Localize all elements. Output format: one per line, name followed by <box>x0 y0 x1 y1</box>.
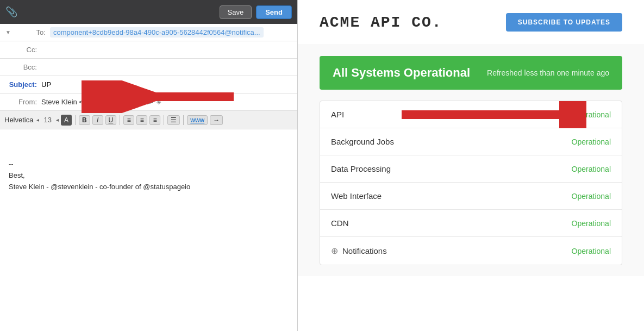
cc-field: Cc: <box>0 41 297 59</box>
subject-input[interactable] <box>41 80 292 89</box>
service-name-data-processing: Data Processing <box>331 164 572 173</box>
bold-button[interactable]: B <box>79 115 90 125</box>
attach-icon: 📎 <box>5 6 17 18</box>
status-banner-title: All Systems Operational <box>333 66 470 80</box>
to-label: To: <box>14 28 46 36</box>
from-field: From: Steve Klein <steve@statuspage.io> … <box>0 93 297 111</box>
service-name-web-interface: Web Interface <box>331 191 572 201</box>
bcc-label: Bcc: <box>5 63 37 71</box>
align-right-button[interactable]: ≡ <box>149 115 160 125</box>
service-name-notifications: Notifications <box>342 246 572 255</box>
from-chevron-icon[interactable]: ◈ <box>157 98 161 105</box>
service-name-background-jobs: Background Jobs <box>331 137 572 146</box>
status-header: ACME API CO. SUBSCRIBE TO UPDATES <box>298 0 644 45</box>
table-row: CDN Operational <box>320 210 622 237</box>
from-label: From: <box>5 98 37 106</box>
align-left-button[interactable]: ≡ <box>123 115 134 125</box>
link-button[interactable]: www <box>187 115 208 125</box>
email-body-text: -- Best, Steve Klein - @stevenklein - co… <box>9 160 190 191</box>
service-status-background-jobs: Operational <box>572 138 611 146</box>
subscribe-button[interactable]: SUBSCRIBE TO UPDATES <box>506 13 622 32</box>
formatting-bar: Helvetica ◂ 13 ◂ A B I U ≡ ≡ ≡ ☰ www → <box>0 111 297 129</box>
font-selector[interactable]: Helvetica <box>4 116 33 124</box>
cc-input[interactable] <box>41 46 292 54</box>
service-status-notifications: Operational <box>572 247 611 255</box>
font-size-display: 13 <box>43 116 51 124</box>
italic-button[interactable]: I <box>92 115 103 125</box>
color-button[interactable]: A <box>61 115 72 126</box>
status-banner: All Systems Operational Refreshed less t… <box>320 56 622 90</box>
service-status-web-interface: Operational <box>572 192 611 201</box>
table-row: Web Interface Operational <box>320 183 622 210</box>
divider-3 <box>164 115 164 125</box>
service-name-api: API <box>331 110 560 119</box>
bcc-field: Bcc: <box>0 59 297 76</box>
to-dropdown-icon[interactable]: ▼ <box>5 29 11 35</box>
service-status-cdn: Operational <box>572 219 611 228</box>
font-chevron-icon[interactable]: ◂ <box>36 117 39 123</box>
service-status-api: Operational <box>572 110 611 119</box>
company-name: ACME API CO. <box>320 14 442 31</box>
cc-label: Cc: <box>5 46 37 54</box>
size-chevron-icon[interactable]: ◂ <box>56 117 59 123</box>
list-button[interactable]: ☰ <box>167 115 180 125</box>
subject-label: Subject: <box>5 80 37 89</box>
email-toolbar: 📎 Save Send <box>0 0 297 24</box>
email-body[interactable]: -- Best, Steve Klein - @stevenklein - co… <box>0 129 297 331</box>
underline-button[interactable]: U <box>105 115 117 125</box>
service-status-data-processing: Operational <box>572 165 611 173</box>
api-help-icon[interactable]: ? <box>563 110 572 119</box>
send-button[interactable]: Send <box>256 5 292 19</box>
indent-button[interactable]: → <box>210 115 223 125</box>
table-row: ⊕ Notifications Operational <box>320 237 622 265</box>
status-panel: ACME API CO. SUBSCRIBE TO UPDATES All Sy… <box>298 0 644 331</box>
table-row: Background Jobs Operational <box>320 128 622 155</box>
to-field: ▼ To: component+8cdb9edd-98a4-490c-a905-… <box>0 24 297 41</box>
divider-2 <box>120 115 120 125</box>
table-row: Data Processing Operational <box>320 155 622 183</box>
to-value[interactable]: component+8cdb9edd-98a4-490c-a905-562844… <box>50 27 264 38</box>
notifications-expand-icon[interactable]: ⊕ <box>331 246 338 256</box>
from-value: Steve Klein <steve@statuspage.io> <box>41 98 153 106</box>
status-banner-refresh: Refreshed less than one minute ago <box>487 68 609 77</box>
email-compose-panel: 📎 Save Send ▼ To: component+8cdb9edd-98a… <box>0 0 298 331</box>
service-name-cdn: CDN <box>331 218 572 228</box>
subject-field: Subject: <box>0 76 297 93</box>
divider-4 <box>183 115 184 125</box>
align-center-button[interactable]: ≡ <box>136 115 147 125</box>
bcc-input[interactable] <box>41 63 292 71</box>
save-button[interactable]: Save <box>220 5 252 19</box>
table-row: API ? Operational <box>320 101 622 128</box>
services-container: API ? Operational Background Jobs Operat… <box>320 101 622 265</box>
divider-1 <box>75 115 76 125</box>
